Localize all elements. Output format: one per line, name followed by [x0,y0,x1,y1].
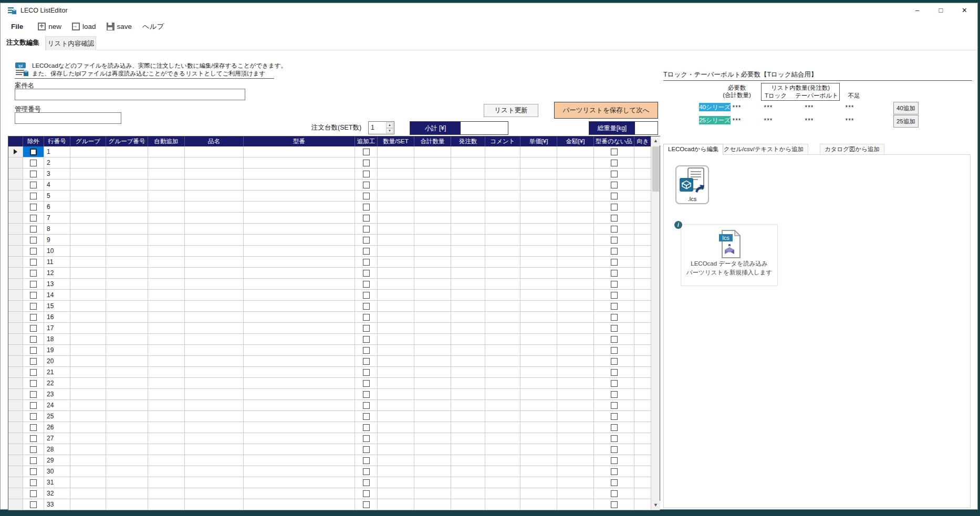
cell-r12-c15[interactable] [634,268,652,278]
cell-r14-c4[interactable] [148,290,185,300]
checkbox[interactable] [30,479,37,486]
cell-r15-c14[interactable] [594,301,634,311]
checkbox[interactable] [611,413,618,420]
checkbox[interactable] [30,248,37,255]
cell-r7-c8[interactable] [378,213,414,223]
checkbox[interactable] [30,281,37,288]
cell-r32-c1[interactable]: 32 [44,488,70,499]
cell-r24-c1[interactable]: 24 [44,400,70,410]
cell-r2-c10[interactable] [451,157,485,168]
cell-r8-c2[interactable] [70,224,106,234]
cell-r24-c0[interactable] [23,400,44,410]
row-selector[interactable] [8,400,23,410]
cell-r24-c6[interactable] [244,400,355,410]
checkbox[interactable] [363,281,370,288]
cell-r7-c0[interactable] [23,213,44,223]
cell-r25-c1[interactable]: 25 [44,411,70,422]
row-selector[interactable] [8,312,23,322]
cell-r3-c10[interactable] [451,169,485,179]
cell-r10-c5[interactable] [185,246,244,256]
checkbox[interactable] [611,358,618,365]
cell-r7-c2[interactable] [70,213,106,223]
menu-new[interactable]: new [33,18,67,35]
cell-r23-c0[interactable] [23,389,44,399]
cell-r20-c10[interactable] [451,356,485,366]
cell-r21-c4[interactable] [148,367,185,377]
scroll-down-icon[interactable]: ▼ [651,501,660,510]
cell-r8-c10[interactable] [451,224,485,234]
cell-r16-c1[interactable]: 16 [44,312,70,322]
column-header-8[interactable]: 数量/SET [378,136,414,146]
cell-r22-c0[interactable] [23,378,44,388]
cell-r26-c8[interactable] [378,422,414,433]
cell-r30-c5[interactable] [185,466,244,477]
cell-r26-c0[interactable] [23,422,44,433]
cell-r5-c12[interactable] [520,191,557,201]
cell-r32-c11[interactable] [485,488,520,499]
cell-r30-c7[interactable] [355,466,378,477]
cell-r3-c0[interactable] [23,169,44,179]
cell-r5-c5[interactable] [185,191,244,201]
cell-r18-c13[interactable] [557,334,594,344]
cell-r28-c12[interactable] [520,444,557,455]
cell-r15-c6[interactable] [244,301,355,311]
cell-r6-c6[interactable] [244,202,355,212]
cell-r1-c11[interactable] [485,146,520,157]
cell-r23-c7[interactable] [355,389,378,399]
cell-r9-c13[interactable] [557,235,594,245]
cell-r16-c8[interactable] [378,312,414,322]
cell-r33-c15[interactable] [634,499,652,510]
cell-r6-c4[interactable] [148,202,185,212]
cell-r20-c8[interactable] [378,356,414,366]
checkbox[interactable] [611,303,618,310]
cell-r29-c13[interactable] [557,455,594,466]
cell-r31-c15[interactable] [634,477,652,488]
column-header-2[interactable]: グループ [70,136,106,146]
cell-r22-c9[interactable] [414,378,451,388]
cell-r2-c4[interactable] [148,157,185,168]
cell-r4-c12[interactable] [520,180,557,190]
checkbox[interactable] [611,281,618,288]
column-header-10[interactable]: 発注数 [451,136,485,146]
cell-r22-c10[interactable] [451,378,485,388]
cell-r9-c7[interactable] [355,235,378,245]
cell-r29-c2[interactable] [70,455,106,466]
cell-r33-c5[interactable] [185,499,244,510]
cell-r23-c2[interactable] [70,389,106,399]
cell-r11-c13[interactable] [557,257,594,267]
row-selector[interactable] [8,499,23,510]
checkbox[interactable] [611,248,618,255]
row-selector[interactable] [8,378,23,388]
cell-r1-c7[interactable] [355,146,378,157]
cell-r17-c15[interactable] [634,323,652,333]
checkbox[interactable] [611,468,618,475]
cell-r5-c0[interactable] [23,191,44,201]
cell-r22-c12[interactable] [520,378,557,388]
cell-r15-c0[interactable] [23,301,44,311]
cell-r23-c14[interactable] [594,389,634,399]
checkbox[interactable] [30,171,37,177]
menu-save[interactable]: save [101,18,138,35]
cell-r19-c9[interactable] [414,345,451,355]
cell-r6-c3[interactable] [106,202,148,212]
cell-r9-c5[interactable] [185,235,244,245]
cell-r17-c10[interactable] [451,323,485,333]
checkbox[interactable] [363,380,370,387]
row-selector[interactable] [8,202,23,212]
cell-r11-c14[interactable] [594,257,634,267]
checkbox[interactable] [30,303,37,310]
cell-r14-c12[interactable] [520,290,557,300]
cell-r7-c10[interactable] [451,213,485,223]
cell-r1-c0[interactable] [23,146,44,157]
cell-r8-c12[interactable] [520,224,557,234]
cell-r13-c3[interactable] [106,279,148,289]
cell-r15-c11[interactable] [485,301,520,311]
cell-r5-c10[interactable] [451,191,485,201]
cell-r20-c4[interactable] [148,356,185,366]
checkbox[interactable] [611,149,618,155]
checkbox[interactable] [363,336,370,343]
cell-r2-c12[interactable] [520,157,557,168]
cell-r21-c7[interactable] [355,367,378,377]
cell-r28-c3[interactable] [106,444,148,455]
checkbox[interactable] [611,259,618,266]
